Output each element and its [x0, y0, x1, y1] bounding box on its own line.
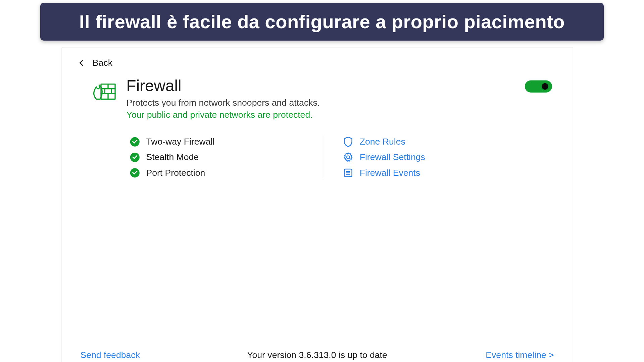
back-button[interactable]: Back: [80, 58, 112, 68]
page-status: Your public and private networks are pro…: [127, 110, 554, 120]
feature-item-stealth-mode: Stealth Mode: [130, 152, 304, 163]
app-panel: Back Firewall Protects you from network …: [61, 47, 573, 362]
page-description: Protects you from network snoopers and a…: [127, 98, 554, 108]
check-circle-icon: [130, 153, 140, 162]
links-column: Zone Rules Firewall Settings: [323, 137, 516, 178]
link-firewall-events[interactable]: Firewall Events: [343, 168, 516, 178]
page-title: Firewall: [127, 76, 554, 95]
link-zone-rules[interactable]: Zone Rules: [343, 137, 516, 147]
caption-banner-text: Il firewall è facile da configurare a pr…: [79, 11, 565, 32]
link-firewall-settings[interactable]: Firewall Settings: [343, 152, 516, 163]
svg-point-7: [346, 156, 349, 159]
link-label: Firewall Settings: [360, 152, 425, 163]
toggle-knob: [542, 83, 548, 90]
firewall-toggle[interactable]: [525, 80, 552, 92]
page-header-text: Firewall Protects you from network snoop…: [127, 76, 554, 120]
list-icon: [343, 168, 353, 178]
check-circle-icon: [130, 137, 140, 147]
version-status-text: Your version 3.6.313.0 is up to date: [247, 350, 387, 360]
link-label: Firewall Events: [360, 168, 420, 178]
content-columns: Two-way Firewall Stealth Mode Port Prote…: [130, 137, 516, 178]
page-header: Firewall Protects you from network snoop…: [91, 76, 554, 120]
firewall-icon: [91, 80, 116, 104]
feature-item-two-way-firewall: Two-way Firewall: [130, 137, 304, 147]
feature-label: Port Protection: [146, 168, 205, 178]
chevron-left-icon: [80, 60, 86, 66]
shield-icon: [343, 137, 353, 147]
events-timeline-link[interactable]: Events timeline >: [486, 350, 554, 360]
send-feedback-link[interactable]: Send feedback: [80, 350, 140, 360]
footer-bar: Send feedback Your version 3.6.313.0 is …: [80, 350, 554, 360]
caption-banner: Il firewall è facile da configurare a pr…: [40, 3, 604, 41]
feature-item-port-protection: Port Protection: [130, 168, 304, 178]
back-button-label: Back: [93, 58, 112, 68]
feature-label: Two-way Firewall: [146, 137, 214, 147]
gear-icon: [343, 152, 353, 163]
link-label: Zone Rules: [360, 137, 405, 147]
features-column: Two-way Firewall Stealth Mode Port Prote…: [130, 137, 323, 178]
feature-label: Stealth Mode: [146, 152, 199, 163]
check-circle-icon: [130, 168, 140, 177]
